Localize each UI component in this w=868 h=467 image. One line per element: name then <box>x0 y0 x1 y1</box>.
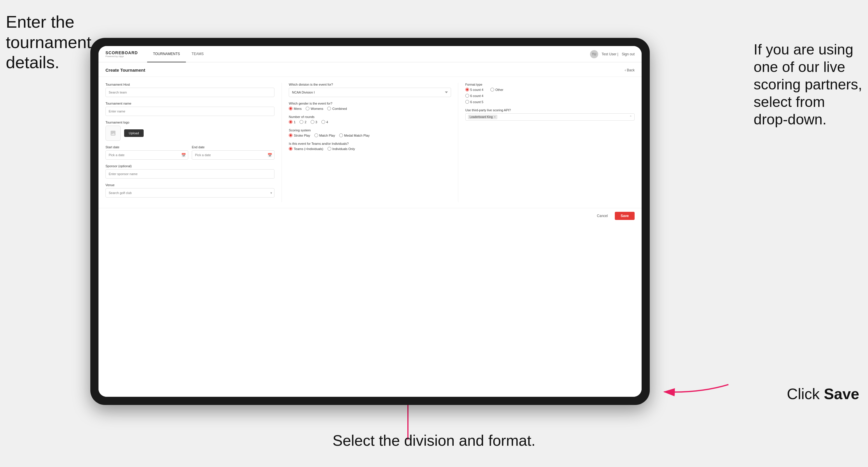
save-button[interactable]: Save <box>615 212 634 220</box>
image-icon <box>110 130 116 136</box>
venue-select-wrap: ▾ <box>105 188 275 197</box>
tournament-host-input[interactable] <box>105 88 275 97</box>
format-other[interactable]: Other <box>490 88 503 91</box>
rounds-1-radio[interactable] <box>289 120 292 124</box>
event-for-individuals-label: Individuals Only <box>333 147 355 151</box>
annotation-top-left: Enter the tournament details. <box>6 12 91 72</box>
format-6count4[interactable]: 6 count 4 <box>465 94 484 98</box>
live-scoring-tag-value: Leaderboard King × <box>468 115 497 119</box>
brand-subtitle: Powered by clippi <box>105 55 138 58</box>
back-link[interactable]: Back <box>625 68 634 72</box>
logo-placeholder <box>105 126 121 141</box>
rounds-4[interactable]: 4 <box>321 120 328 124</box>
navbar-tabs: TOURNAMENTS TEAMS <box>147 46 210 62</box>
tournament-host-group: Tournament Host <box>105 83 275 97</box>
scoring-stroke[interactable]: Stroke Play <box>289 133 310 137</box>
form-title: Create Tournament <box>105 68 145 72</box>
form-card: Create Tournament Back Tournament Host T… <box>98 62 642 397</box>
event-for-individuals[interactable]: Individuals Only <box>328 147 355 151</box>
scoring-medal-match-radio[interactable] <box>339 133 343 137</box>
gender-womens-radio[interactable] <box>306 106 309 111</box>
scoring-stroke-label: Stroke Play <box>294 134 310 137</box>
scoring-medal-match[interactable]: Medal Match Play <box>339 133 369 137</box>
start-date-input[interactable] <box>105 150 188 160</box>
rounds-radio-group: 1 2 3 <box>289 120 451 124</box>
scoring-group: Scoring system Stroke Play Match Play <box>289 128 451 137</box>
gender-mens-radio[interactable] <box>289 106 292 111</box>
format-5count4-radio[interactable] <box>465 88 469 91</box>
event-for-label: Is this event for Teams and/or Individua… <box>289 142 451 145</box>
main-content: Create Tournament Back Tournament Host T… <box>98 62 642 397</box>
rounds-4-radio[interactable] <box>321 120 325 124</box>
format-6count5-label: 6 count 5 <box>470 100 484 104</box>
rounds-1[interactable]: 1 <box>289 120 296 124</box>
event-for-teams-label: Teams (+Individuals) <box>294 147 323 151</box>
live-scoring-select[interactable]: Leaderboard King × ⌃ <box>465 113 634 121</box>
gender-combined[interactable]: Combined <box>327 106 347 111</box>
cancel-button[interactable]: Cancel <box>593 212 612 220</box>
end-date-input[interactable] <box>192 150 275 160</box>
rounds-3-radio[interactable] <box>311 120 314 124</box>
scoring-match-label: Match Play <box>319 134 335 137</box>
event-for-group: Is this event for Teams and/or Individua… <box>289 142 451 151</box>
format-type-label: Format type <box>465 83 634 86</box>
tournament-name-label: Tournament name <box>105 102 275 105</box>
gender-mens[interactable]: Mens <box>289 106 302 111</box>
tournament-logo-group: Tournament logo Upload <box>105 121 275 141</box>
user-label: Test User | <box>602 52 618 56</box>
event-for-individuals-radio[interactable] <box>328 147 331 151</box>
rounds-2-radio[interactable] <box>300 120 303 124</box>
start-date-group: Start date 📅 <box>105 145 188 160</box>
form-section-left: Tournament Host Tournament name Tourname… <box>105 83 282 202</box>
navbar-right: TU Test User | Sign out <box>590 50 634 58</box>
tab-teams[interactable]: TEAMS <box>186 46 210 62</box>
gender-radio-group: Mens Womens Combined <box>289 106 451 111</box>
sign-out-link[interactable]: Sign out <box>622 52 634 56</box>
format-6count4-radio[interactable] <box>465 94 469 98</box>
format-other-radio[interactable] <box>490 88 494 91</box>
user-avatar: TU <box>590 50 598 58</box>
format-5count4[interactable]: 5 count 4 <box>465 88 484 91</box>
tournament-name-input[interactable] <box>105 106 275 116</box>
tablet-screen: SCOREBOARD Powered by clippi TOURNAMENTS… <box>98 46 642 397</box>
form-section-right: Format type 5 count 4 6 count <box>458 83 634 202</box>
tablet-frame: SCOREBOARD Powered by clippi TOURNAMENTS… <box>90 38 650 405</box>
live-scoring-chevron-icon: ⌃ <box>629 115 632 119</box>
format-6count4-label: 6 count 4 <box>470 94 484 98</box>
end-date-group: End date 📅 <box>192 145 275 160</box>
navbar-brand: SCOREBOARD Powered by clippi <box>105 51 138 58</box>
upload-button[interactable]: Upload <box>124 129 144 137</box>
rounds-group: Number of rounds 1 2 <box>289 115 451 124</box>
event-for-radio-group: Teams (+Individuals) Individuals Only <box>289 147 451 151</box>
rounds-3[interactable]: 3 <box>311 120 317 124</box>
sponsor-group: Sponsor (optional) <box>105 164 275 179</box>
scoring-medal-match-label: Medal Match Play <box>344 134 369 137</box>
tab-tournaments[interactable]: TOURNAMENTS <box>147 46 186 62</box>
division-select[interactable]: NCAA Division I <box>289 88 451 97</box>
scoring-stroke-radio[interactable] <box>289 133 292 137</box>
form-footer: Cancel Save <box>98 208 642 223</box>
division-group: Which division is the event for? NCAA Di… <box>289 83 451 97</box>
format-6count5-radio[interactable] <box>465 100 469 104</box>
live-scoring-clear-icon[interactable]: × <box>494 115 496 119</box>
annotation-click-prefix: Click <box>787 385 824 402</box>
event-for-teams[interactable]: Teams (+Individuals) <box>289 147 323 151</box>
rounds-4-label: 4 <box>326 120 328 124</box>
venue-label: Venue <box>105 183 275 187</box>
rounds-2[interactable]: 2 <box>300 120 306 124</box>
end-date-label: End date <box>192 145 275 149</box>
venue-input[interactable] <box>105 188 275 197</box>
format-5count4-label: 5 count 4 <box>470 88 484 91</box>
format-6count5[interactable]: 6 count 5 <box>465 100 484 104</box>
sponsor-input[interactable] <box>105 169 275 179</box>
tournament-host-label: Tournament Host <box>105 83 275 86</box>
logo-upload-area: Upload <box>105 126 275 141</box>
gender-combined-label: Combined <box>332 107 347 111</box>
event-for-teams-radio[interactable] <box>289 147 292 151</box>
gender-womens[interactable]: Womens <box>306 106 323 111</box>
scoring-match[interactable]: Match Play <box>314 133 335 137</box>
gender-combined-radio[interactable] <box>327 106 331 111</box>
end-date-wrap: 📅 <box>192 150 275 160</box>
format-options-container: 5 count 4 6 count 4 6 count 5 <box>465 88 634 104</box>
scoring-match-radio[interactable] <box>314 133 318 137</box>
